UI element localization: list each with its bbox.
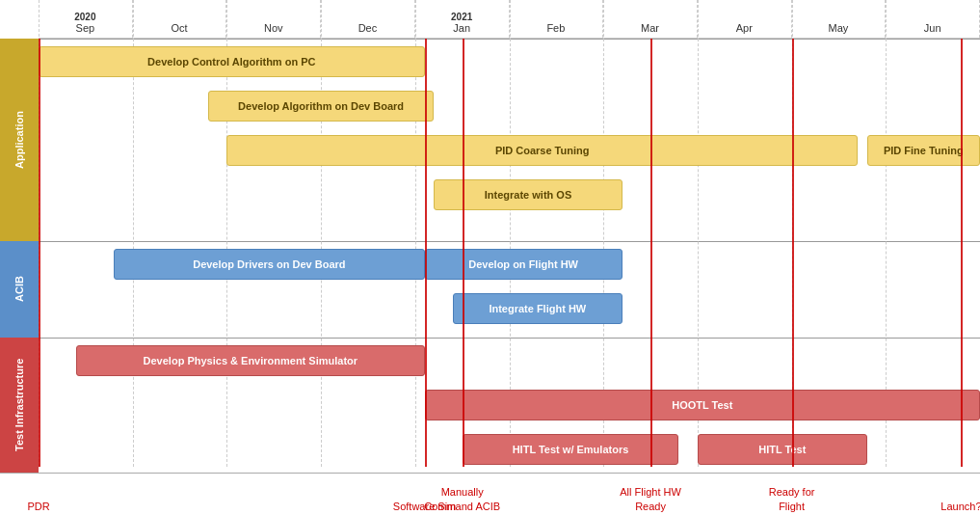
month-label: Sep <box>76 22 95 34</box>
year-label: 2021 <box>451 12 472 22</box>
bar-label: HOOTL Test <box>666 399 738 411</box>
month-col-feb: Feb <box>510 0 604 38</box>
bar-label: Develop Algorithm on Dev Board <box>232 100 410 112</box>
month-col-may: May <box>792 0 887 38</box>
gantt-bar: Develop Control Algorithm on PC <box>39 46 425 77</box>
bar-label: Develop on Flight HW <box>463 258 584 270</box>
month-col-jan: 2021Jan <box>415 0 510 38</box>
milestone-label: Ready for Flight <box>769 485 815 513</box>
month-col-jun: Jun <box>886 0 980 38</box>
month-label: Nov <box>264 22 283 34</box>
gantt-bar: HOOTL Test <box>425 390 980 420</box>
month-label: Mar <box>641 22 659 34</box>
milestone-line <box>792 39 794 467</box>
month-label: May <box>829 22 849 34</box>
section-label-application: Application <box>0 39 39 241</box>
section-label-test-infrastructure: Test Infrastructure <box>0 338 39 473</box>
milestone-line <box>463 39 464 467</box>
gantt-bar: PID Coarse Tuning <box>226 135 858 166</box>
chart-bottom-border <box>0 473 980 474</box>
milestone-line <box>39 39 40 467</box>
bar-label: PID Fine Tuning <box>878 145 969 156</box>
milestone-label: Launch? <box>940 500 980 513</box>
bar-label: Develop Physics & Environment Simulator <box>138 355 364 366</box>
milestone-line <box>961 39 963 467</box>
month-label: Feb <box>546 22 565 34</box>
month-label: Apr <box>736 22 753 34</box>
month-col-apr: Apr <box>698 0 792 38</box>
month-label: Jan <box>453 22 470 34</box>
gantt-bar: Develop on Flight HW <box>425 249 622 280</box>
gantt-bar: HITL Test <box>698 434 867 465</box>
month-col-nov: Nov <box>226 0 321 38</box>
month-col-mar: Mar <box>603 0 698 38</box>
bar-label: Integrate Flight HW <box>483 303 592 314</box>
gantt-bar: HITL Test w/ Emulators <box>463 434 679 465</box>
section-label-acib: ACIB <box>0 241 39 338</box>
gantt-bar: Develop Algorithm on Dev Board <box>208 91 434 122</box>
month-col-sep: 2020Sep <box>39 0 133 38</box>
bar-label: PID Coarse Tuning <box>490 145 596 156</box>
milestone-label: All Flight HW Ready <box>620 485 681 513</box>
month-label: Dec <box>358 22 378 34</box>
month-label: Jun <box>924 22 941 34</box>
gantt-chart: 2020SepOctNovDec2021JanFebMarAprMayJun A… <box>0 0 980 515</box>
milestone-label: PDR <box>27 500 49 513</box>
milestone-line <box>425 39 427 467</box>
year-label: 2020 <box>74 12 95 22</box>
milestone-label: Manually Command ACIB <box>424 485 500 513</box>
bar-label: Develop Control Algorithm on PC <box>142 56 321 68</box>
milestone-line <box>650 39 652 467</box>
bar-label: Integrate with OS <box>479 189 577 201</box>
month-col-oct: Oct <box>133 0 227 38</box>
bar-label: HITL Test w/ Emulators <box>507 444 635 455</box>
month-col-dec: Dec <box>321 0 415 38</box>
bar-label: HITL Test <box>753 444 811 455</box>
gantt-bar: Integrate Flight HW <box>453 293 622 324</box>
bar-label: Develop Drivers on Dev Board <box>187 258 351 270</box>
gantt-bar: Develop Drivers on Dev Board <box>114 249 424 280</box>
month-label: Oct <box>171 22 187 34</box>
gantt-bar: Develop Physics & Environment Simulator <box>76 345 424 376</box>
